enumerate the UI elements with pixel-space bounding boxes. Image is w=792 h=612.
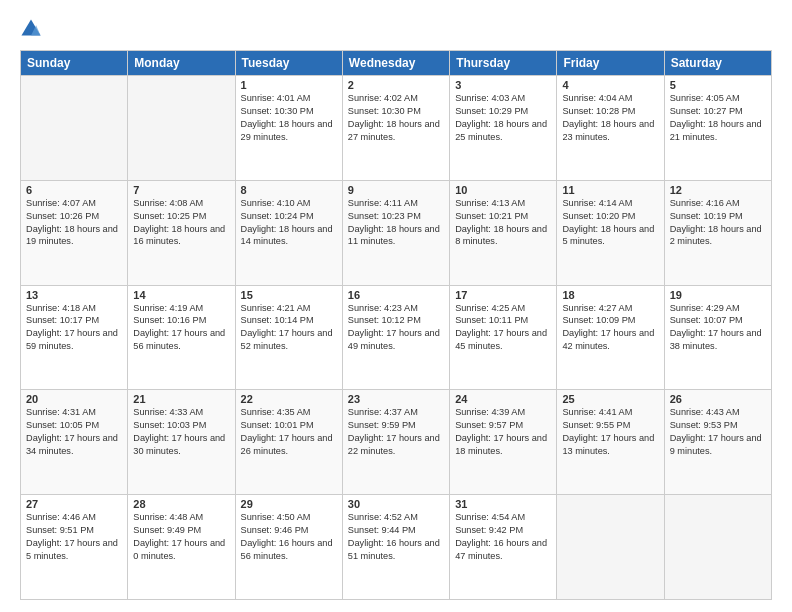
- day-info: Sunrise: 4:14 AM Sunset: 10:20 PM Daylig…: [562, 197, 658, 249]
- day-info: Sunrise: 4:54 AM Sunset: 9:42 PM Dayligh…: [455, 511, 551, 563]
- calendar-cell: 9Sunrise: 4:11 AM Sunset: 10:23 PM Dayli…: [342, 180, 449, 285]
- day-number: 23: [348, 393, 444, 405]
- day-number: 18: [562, 289, 658, 301]
- day-number: 16: [348, 289, 444, 301]
- calendar-cell: 17Sunrise: 4:25 AM Sunset: 10:11 PM Dayl…: [450, 285, 557, 390]
- day-number: 24: [455, 393, 551, 405]
- day-number: 17: [455, 289, 551, 301]
- day-info: Sunrise: 4:37 AM Sunset: 9:59 PM Dayligh…: [348, 406, 444, 458]
- calendar-cell: 22Sunrise: 4:35 AM Sunset: 10:01 PM Dayl…: [235, 390, 342, 495]
- day-info: Sunrise: 4:52 AM Sunset: 9:44 PM Dayligh…: [348, 511, 444, 563]
- day-info: Sunrise: 4:31 AM Sunset: 10:05 PM Daylig…: [26, 406, 122, 458]
- day-info: Sunrise: 4:23 AM Sunset: 10:12 PM Daylig…: [348, 302, 444, 354]
- calendar-cell: 15Sunrise: 4:21 AM Sunset: 10:14 PM Dayl…: [235, 285, 342, 390]
- calendar-cell: 2Sunrise: 4:02 AM Sunset: 10:30 PM Dayli…: [342, 76, 449, 181]
- day-number: 5: [670, 79, 766, 91]
- weekday-header-thursday: Thursday: [450, 51, 557, 76]
- calendar-week-4: 20Sunrise: 4:31 AM Sunset: 10:05 PM Dayl…: [21, 390, 772, 495]
- weekday-header-wednesday: Wednesday: [342, 51, 449, 76]
- day-info: Sunrise: 4:18 AM Sunset: 10:17 PM Daylig…: [26, 302, 122, 354]
- day-number: 13: [26, 289, 122, 301]
- day-number: 26: [670, 393, 766, 405]
- day-number: 28: [133, 498, 229, 510]
- day-number: 7: [133, 184, 229, 196]
- header: [20, 18, 772, 40]
- day-number: 2: [348, 79, 444, 91]
- calendar-cell: 26Sunrise: 4:43 AM Sunset: 9:53 PM Dayli…: [664, 390, 771, 495]
- day-info: Sunrise: 4:39 AM Sunset: 9:57 PM Dayligh…: [455, 406, 551, 458]
- calendar-cell: 16Sunrise: 4:23 AM Sunset: 10:12 PM Dayl…: [342, 285, 449, 390]
- calendar-week-2: 6Sunrise: 4:07 AM Sunset: 10:26 PM Dayli…: [21, 180, 772, 285]
- day-info: Sunrise: 4:13 AM Sunset: 10:21 PM Daylig…: [455, 197, 551, 249]
- day-number: 21: [133, 393, 229, 405]
- day-number: 27: [26, 498, 122, 510]
- calendar-cell: 24Sunrise: 4:39 AM Sunset: 9:57 PM Dayli…: [450, 390, 557, 495]
- calendar-cell: [664, 495, 771, 600]
- day-info: Sunrise: 4:33 AM Sunset: 10:03 PM Daylig…: [133, 406, 229, 458]
- calendar-cell: 6Sunrise: 4:07 AM Sunset: 10:26 PM Dayli…: [21, 180, 128, 285]
- day-info: Sunrise: 4:04 AM Sunset: 10:28 PM Daylig…: [562, 92, 658, 144]
- day-number: 30: [348, 498, 444, 510]
- day-info: Sunrise: 4:05 AM Sunset: 10:27 PM Daylig…: [670, 92, 766, 144]
- calendar-cell: 13Sunrise: 4:18 AM Sunset: 10:17 PM Dayl…: [21, 285, 128, 390]
- calendar: SundayMondayTuesdayWednesdayThursdayFrid…: [20, 50, 772, 600]
- calendar-cell: 11Sunrise: 4:14 AM Sunset: 10:20 PM Dayl…: [557, 180, 664, 285]
- calendar-cell: 10Sunrise: 4:13 AM Sunset: 10:21 PM Dayl…: [450, 180, 557, 285]
- page: SundayMondayTuesdayWednesdayThursdayFrid…: [0, 0, 792, 612]
- day-number: 29: [241, 498, 337, 510]
- calendar-cell: 23Sunrise: 4:37 AM Sunset: 9:59 PM Dayli…: [342, 390, 449, 495]
- calendar-cell: 21Sunrise: 4:33 AM Sunset: 10:03 PM Dayl…: [128, 390, 235, 495]
- calendar-cell: 7Sunrise: 4:08 AM Sunset: 10:25 PM Dayli…: [128, 180, 235, 285]
- day-info: Sunrise: 4:07 AM Sunset: 10:26 PM Daylig…: [26, 197, 122, 249]
- calendar-cell: 5Sunrise: 4:05 AM Sunset: 10:27 PM Dayli…: [664, 76, 771, 181]
- day-info: Sunrise: 4:29 AM Sunset: 10:07 PM Daylig…: [670, 302, 766, 354]
- calendar-week-5: 27Sunrise: 4:46 AM Sunset: 9:51 PM Dayli…: [21, 495, 772, 600]
- day-info: Sunrise: 4:43 AM Sunset: 9:53 PM Dayligh…: [670, 406, 766, 458]
- day-number: 14: [133, 289, 229, 301]
- day-info: Sunrise: 4:19 AM Sunset: 10:16 PM Daylig…: [133, 302, 229, 354]
- calendar-cell: 14Sunrise: 4:19 AM Sunset: 10:16 PM Dayl…: [128, 285, 235, 390]
- calendar-cell: 27Sunrise: 4:46 AM Sunset: 9:51 PM Dayli…: [21, 495, 128, 600]
- day-number: 6: [26, 184, 122, 196]
- day-info: Sunrise: 4:25 AM Sunset: 10:11 PM Daylig…: [455, 302, 551, 354]
- day-info: Sunrise: 4:50 AM Sunset: 9:46 PM Dayligh…: [241, 511, 337, 563]
- calendar-cell: 3Sunrise: 4:03 AM Sunset: 10:29 PM Dayli…: [450, 76, 557, 181]
- day-info: Sunrise: 4:11 AM Sunset: 10:23 PM Daylig…: [348, 197, 444, 249]
- day-info: Sunrise: 4:35 AM Sunset: 10:01 PM Daylig…: [241, 406, 337, 458]
- day-info: Sunrise: 4:48 AM Sunset: 9:49 PM Dayligh…: [133, 511, 229, 563]
- calendar-cell: 1Sunrise: 4:01 AM Sunset: 10:30 PM Dayli…: [235, 76, 342, 181]
- logo-icon: [20, 18, 42, 40]
- day-number: 25: [562, 393, 658, 405]
- day-info: Sunrise: 4:08 AM Sunset: 10:25 PM Daylig…: [133, 197, 229, 249]
- day-number: 8: [241, 184, 337, 196]
- weekday-header-friday: Friday: [557, 51, 664, 76]
- calendar-cell: 18Sunrise: 4:27 AM Sunset: 10:09 PM Dayl…: [557, 285, 664, 390]
- weekday-header-saturday: Saturday: [664, 51, 771, 76]
- day-number: 9: [348, 184, 444, 196]
- day-info: Sunrise: 4:10 AM Sunset: 10:24 PM Daylig…: [241, 197, 337, 249]
- calendar-week-3: 13Sunrise: 4:18 AM Sunset: 10:17 PM Dayl…: [21, 285, 772, 390]
- day-info: Sunrise: 4:01 AM Sunset: 10:30 PM Daylig…: [241, 92, 337, 144]
- logo: [20, 18, 46, 40]
- day-number: 3: [455, 79, 551, 91]
- calendar-cell: 12Sunrise: 4:16 AM Sunset: 10:19 PM Dayl…: [664, 180, 771, 285]
- day-number: 19: [670, 289, 766, 301]
- calendar-cell: 29Sunrise: 4:50 AM Sunset: 9:46 PM Dayli…: [235, 495, 342, 600]
- calendar-cell: 4Sunrise: 4:04 AM Sunset: 10:28 PM Dayli…: [557, 76, 664, 181]
- day-number: 12: [670, 184, 766, 196]
- day-info: Sunrise: 4:21 AM Sunset: 10:14 PM Daylig…: [241, 302, 337, 354]
- calendar-cell: 20Sunrise: 4:31 AM Sunset: 10:05 PM Dayl…: [21, 390, 128, 495]
- calendar-cell: [128, 76, 235, 181]
- weekday-header-sunday: Sunday: [21, 51, 128, 76]
- calendar-cell: 19Sunrise: 4:29 AM Sunset: 10:07 PM Dayl…: [664, 285, 771, 390]
- calendar-cell: 31Sunrise: 4:54 AM Sunset: 9:42 PM Dayli…: [450, 495, 557, 600]
- day-number: 4: [562, 79, 658, 91]
- calendar-cell: 30Sunrise: 4:52 AM Sunset: 9:44 PM Dayli…: [342, 495, 449, 600]
- day-number: 15: [241, 289, 337, 301]
- weekday-header-tuesday: Tuesday: [235, 51, 342, 76]
- calendar-cell: [21, 76, 128, 181]
- calendar-cell: 8Sunrise: 4:10 AM Sunset: 10:24 PM Dayli…: [235, 180, 342, 285]
- day-info: Sunrise: 4:16 AM Sunset: 10:19 PM Daylig…: [670, 197, 766, 249]
- day-number: 10: [455, 184, 551, 196]
- weekday-header-row: SundayMondayTuesdayWednesdayThursdayFrid…: [21, 51, 772, 76]
